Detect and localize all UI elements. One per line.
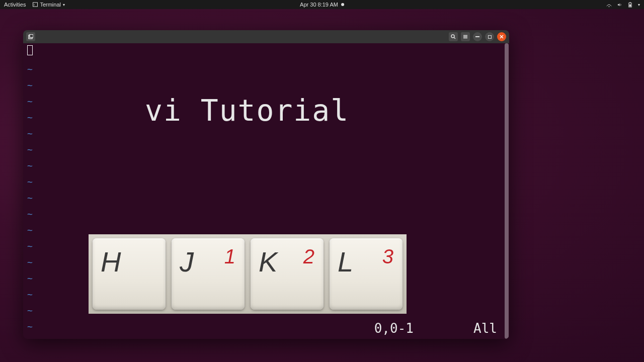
svg-point-1 [609,6,610,7]
search-button[interactable] [449,32,458,41]
close-button[interactable] [497,32,506,41]
new-tab-icon [28,34,33,39]
status-range: All [473,321,497,336]
key-num: 2 [303,245,314,268]
search-icon [451,34,456,39]
key-j: J 1 [172,238,245,310]
key-letter: L [338,245,353,278]
terminal-body[interactable]: ~~~~~~~~~~~~~~~~~ vi Tutorial H J 1 K 2 … [23,43,509,339]
menu-button[interactable] [461,32,470,41]
notification-dot-icon [341,3,344,6]
new-tab-button[interactable] [26,32,35,41]
svg-rect-0 [33,3,38,7]
close-icon [499,34,504,39]
minimize-button[interactable] [473,32,482,41]
battery-icon [627,2,633,8]
svg-rect-6 [30,35,33,38]
clock-text: Apr 30 8:19 AM [300,2,338,8]
app-menu[interactable]: Terminal ▾ [33,2,65,8]
chevron-down-icon: ▾ [63,3,65,7]
minimize-icon [475,36,479,37]
maximize-button[interactable] [485,32,494,41]
empty-line-tildes: ~~~~~~~~~~~~~~~~~ [27,61,33,335]
chevron-down-icon: ▾ [638,3,640,7]
key-letter: H [101,245,121,278]
svg-rect-3 [629,2,631,3]
system-tray[interactable]: ▾ [606,2,640,8]
key-num: 1 [224,245,235,268]
app-menu-label: Terminal [40,2,61,8]
volume-icon [617,2,622,8]
key-letter: K [259,245,277,278]
network-icon [606,2,612,8]
key-k: K 2 [251,238,324,310]
scrollbar[interactable] [505,43,509,339]
key-num: 3 [382,245,393,268]
clock[interactable]: Apr 30 8:19 AM [300,2,344,8]
tutorial-title: vi Tutorial [145,94,349,128]
terminal-window: ~~~~~~~~~~~~~~~~~ vi Tutorial H J 1 K 2 … [23,30,509,339]
svg-line-8 [454,38,456,39]
window-titlebar[interactable] [23,30,509,43]
maximize-icon [488,35,492,39]
svg-point-7 [451,35,454,38]
cursor [27,45,33,55]
key-letter: J [180,245,194,278]
gnome-topbar: Activities Terminal ▾ Apr 30 8:19 AM ▾ [0,0,644,9]
keyboard-keys-illustration: H J 1 K 2 L 3 [89,234,407,314]
key-h: H [93,238,166,310]
svg-rect-4 [629,4,631,7]
key-l: L 3 [330,238,403,310]
terminal-icon [33,2,38,7]
status-position: 0,0-1 [374,321,414,336]
activities-button[interactable]: Activities [4,2,26,8]
hamburger-icon [463,34,468,39]
